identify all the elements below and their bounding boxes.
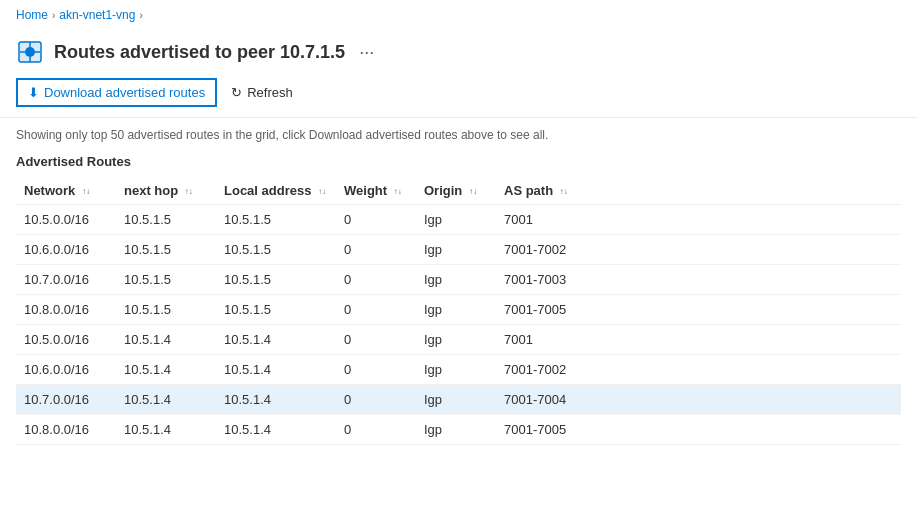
cell-weight: 0 <box>336 385 416 415</box>
refresh-button[interactable]: ↻ Refresh <box>221 80 303 105</box>
cell-localaddr: 10.5.1.4 <box>216 355 336 385</box>
svg-point-2 <box>25 47 35 57</box>
cell-aspath: 7001-7005 <box>496 415 901 445</box>
sort-localaddr-icon: ↑↓ <box>318 188 326 196</box>
toolbar: ⬇ Download advertised routes ↻ Refresh <box>0 78 917 117</box>
breadcrumb-parent[interactable]: akn-vnet1-vng <box>59 8 135 22</box>
sort-nexthop-icon: ↑↓ <box>185 188 193 196</box>
cell-network: 10.7.0.0/16 <box>16 385 116 415</box>
cell-weight: 0 <box>336 415 416 445</box>
cell-network: 10.6.0.0/16 <box>16 235 116 265</box>
cell-aspath: 7001 <box>496 325 901 355</box>
cell-origin: Igp <box>416 265 496 295</box>
download-button-label: Download advertised routes <box>44 85 205 100</box>
sort-origin-icon: ↑↓ <box>469 188 477 196</box>
table-row[interactable]: 10.5.0.0/1610.5.1.510.5.1.50Igp7001 <box>16 205 901 235</box>
col-header-origin[interactable]: Origin ↑↓ <box>416 177 496 205</box>
cell-aspath: 7001 <box>496 205 901 235</box>
table-row[interactable]: 10.8.0.0/1610.5.1.410.5.1.40Igp7001-7005 <box>16 415 901 445</box>
cell-weight: 0 <box>336 295 416 325</box>
cell-network: 10.8.0.0/16 <box>16 415 116 445</box>
download-icon: ⬇ <box>28 85 39 100</box>
cell-network: 10.8.0.0/16 <box>16 295 116 325</box>
cell-nexthop: 10.5.1.4 <box>116 415 216 445</box>
table-row[interactable]: 10.6.0.0/1610.5.1.510.5.1.50Igp7001-7002 <box>16 235 901 265</box>
refresh-button-label: Refresh <box>247 85 293 100</box>
col-header-network[interactable]: Network ↑↓ <box>16 177 116 205</box>
table-body: 10.5.0.0/1610.5.1.510.5.1.50Igp700110.6.… <box>16 205 901 445</box>
breadcrumb-separator1: › <box>52 10 55 21</box>
routes-table-container: Network ↑↓ next hop ↑↓ Local address ↑↓ … <box>0 177 917 445</box>
breadcrumb-home[interactable]: Home <box>16 8 48 22</box>
cell-localaddr: 10.5.1.5 <box>216 295 336 325</box>
cell-nexthop: 10.5.1.4 <box>116 355 216 385</box>
cell-aspath: 7001-7002 <box>496 235 901 265</box>
col-header-weight[interactable]: Weight ↑↓ <box>336 177 416 205</box>
section-title: Advertised Routes <box>0 154 917 177</box>
cell-localaddr: 10.5.1.5 <box>216 205 336 235</box>
col-header-nexthop[interactable]: next hop ↑↓ <box>116 177 216 205</box>
cell-network: 10.5.0.0/16 <box>16 205 116 235</box>
page-title: Routes advertised to peer 10.7.1.5 <box>54 42 345 63</box>
refresh-icon: ↻ <box>231 85 242 100</box>
vng-icon <box>16 38 44 66</box>
cell-origin: Igp <box>416 205 496 235</box>
cell-nexthop: 10.5.1.5 <box>116 235 216 265</box>
sort-network-icon: ↑↓ <box>82 188 90 196</box>
page-header: Routes advertised to peer 10.7.1.5 ··· <box>0 30 917 78</box>
cell-origin: Igp <box>416 295 496 325</box>
cell-localaddr: 10.5.1.4 <box>216 415 336 445</box>
cell-weight: 0 <box>336 265 416 295</box>
cell-weight: 0 <box>336 355 416 385</box>
table-row[interactable]: 10.7.0.0/1610.5.1.410.5.1.40Igp7001-7004 <box>16 385 901 415</box>
cell-weight: 0 <box>336 325 416 355</box>
cell-weight: 0 <box>336 235 416 265</box>
cell-nexthop: 10.5.1.4 <box>116 385 216 415</box>
cell-network: 10.6.0.0/16 <box>16 355 116 385</box>
cell-weight: 0 <box>336 205 416 235</box>
table-row[interactable]: 10.5.0.0/1610.5.1.410.5.1.40Igp7001 <box>16 325 901 355</box>
cell-origin: Igp <box>416 355 496 385</box>
table-row[interactable]: 10.7.0.0/1610.5.1.510.5.1.50Igp7001-7003 <box>16 265 901 295</box>
cell-origin: Igp <box>416 385 496 415</box>
cell-aspath: 7001-7004 <box>496 385 901 415</box>
cell-localaddr: 10.5.1.4 <box>216 385 336 415</box>
cell-network: 10.7.0.0/16 <box>16 265 116 295</box>
cell-origin: Igp <box>416 415 496 445</box>
cell-localaddr: 10.5.1.5 <box>216 265 336 295</box>
cell-nexthop: 10.5.1.4 <box>116 325 216 355</box>
download-advertised-routes-button[interactable]: ⬇ Download advertised routes <box>16 78 217 107</box>
cell-localaddr: 10.5.1.5 <box>216 235 336 265</box>
table-row[interactable]: 10.8.0.0/1610.5.1.510.5.1.50Igp7001-7005 <box>16 295 901 325</box>
info-text: Showing only top 50 advertised routes in… <box>0 128 917 154</box>
col-header-aspath[interactable]: AS path ↑↓ <box>496 177 901 205</box>
cell-nexthop: 10.5.1.5 <box>116 205 216 235</box>
sort-aspath-icon: ↑↓ <box>560 188 568 196</box>
cell-aspath: 7001-7003 <box>496 265 901 295</box>
breadcrumb-separator2: › <box>139 10 142 21</box>
cell-nexthop: 10.5.1.5 <box>116 265 216 295</box>
breadcrumb: Home › akn-vnet1-vng › <box>0 0 917 30</box>
more-options-icon[interactable]: ··· <box>359 42 374 63</box>
col-header-localaddr[interactable]: Local address ↑↓ <box>216 177 336 205</box>
sort-weight-icon: ↑↓ <box>394 188 402 196</box>
routes-table: Network ↑↓ next hop ↑↓ Local address ↑↓ … <box>16 177 901 445</box>
cell-aspath: 7001-7005 <box>496 295 901 325</box>
cell-origin: Igp <box>416 325 496 355</box>
cell-origin: Igp <box>416 235 496 265</box>
cell-nexthop: 10.5.1.5 <box>116 295 216 325</box>
toolbar-divider <box>0 117 917 118</box>
cell-network: 10.5.0.0/16 <box>16 325 116 355</box>
cell-localaddr: 10.5.1.4 <box>216 325 336 355</box>
table-header-row: Network ↑↓ next hop ↑↓ Local address ↑↓ … <box>16 177 901 205</box>
table-row[interactable]: 10.6.0.0/1610.5.1.410.5.1.40Igp7001-7002 <box>16 355 901 385</box>
cell-aspath: 7001-7002 <box>496 355 901 385</box>
